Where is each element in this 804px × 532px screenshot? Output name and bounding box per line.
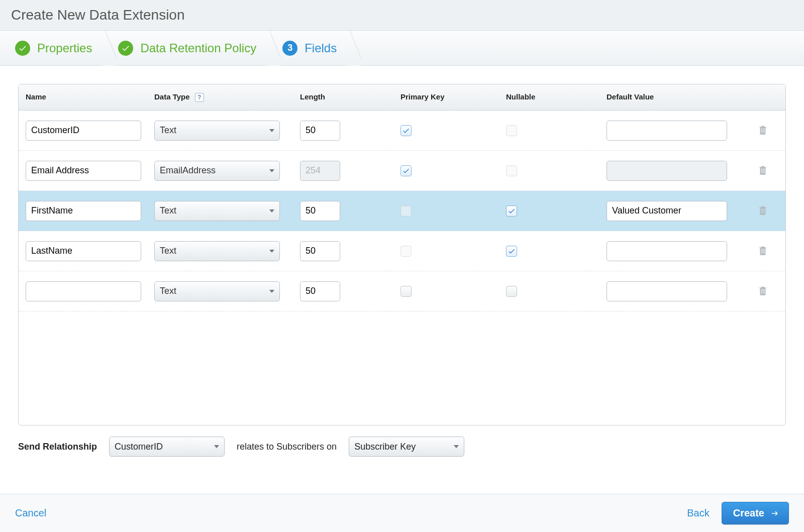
table-row[interactable]: Text xyxy=(19,231,785,271)
primary-key-checkbox[interactable] xyxy=(400,286,412,297)
primary-key-checkbox[interactable] xyxy=(400,165,412,176)
check-icon xyxy=(118,41,133,56)
wizard-step-label: Data Retention Policy xyxy=(140,41,256,55)
col-header-data-type: Data Type ? xyxy=(149,84,295,110)
send-relationship-label: Send Relationship xyxy=(18,442,97,452)
nullable-checkbox[interactable] xyxy=(506,246,517,257)
chevron-down-icon xyxy=(454,445,459,448)
default-value-input[interactable] xyxy=(607,241,727,261)
delete-row-button[interactable] xyxy=(757,284,768,298)
wizard-steps: Properties Data Retention Policy 3 Field… xyxy=(0,31,804,66)
dialog-footer: Cancel Back Create xyxy=(0,494,804,532)
name-input[interactable] xyxy=(26,201,141,221)
trash-icon xyxy=(757,244,768,258)
send-relationship: Send Relationship CustomerID relates to … xyxy=(18,437,786,457)
data-type-select[interactable]: EmailAddress xyxy=(154,161,280,181)
send-relationship-middle-text: relates to Subscribers on xyxy=(237,442,337,452)
primary-key-checkbox[interactable] xyxy=(400,246,412,257)
chevron-down-icon xyxy=(269,290,274,293)
default-value-input[interactable] xyxy=(607,201,727,221)
delete-row-button[interactable] xyxy=(757,203,768,218)
nullable-checkbox[interactable] xyxy=(506,286,517,297)
wizard-step-retention[interactable]: Data Retention Policy xyxy=(109,31,273,66)
create-button[interactable]: Create xyxy=(722,502,789,524)
col-header-length: Length xyxy=(295,84,395,110)
wizard-step-properties[interactable]: Properties xyxy=(6,31,109,66)
primary-key-checkbox[interactable] xyxy=(400,205,412,217)
name-input[interactable] xyxy=(26,241,141,261)
length-input[interactable] xyxy=(300,241,340,261)
data-type-select[interactable]: Text xyxy=(154,281,280,301)
chevron-down-icon xyxy=(214,445,219,448)
check-icon xyxy=(15,41,30,56)
col-header-nullable: Nullable xyxy=(501,84,601,110)
send-relationship-key-select[interactable]: Subscriber Key xyxy=(349,437,464,457)
primary-key-checkbox[interactable] xyxy=(400,125,412,136)
table-row[interactable]: Text xyxy=(19,191,785,231)
data-type-select[interactable]: Text xyxy=(154,241,280,261)
table-row[interactable]: EmailAddress xyxy=(19,151,785,191)
wizard-step-label: Fields xyxy=(305,41,337,55)
trash-icon xyxy=(757,203,768,218)
default-value-input[interactable] xyxy=(607,121,727,141)
col-header-primary-key: Primary Key xyxy=(395,84,501,110)
trash-icon xyxy=(757,284,768,298)
help-icon[interactable]: ? xyxy=(195,93,204,102)
cancel-button[interactable]: Cancel xyxy=(15,507,46,519)
nullable-checkbox[interactable] xyxy=(506,165,517,176)
fields-grid: Name Data Type ? Length Primary Key Null… xyxy=(18,84,786,425)
nullable-checkbox[interactable] xyxy=(506,205,517,217)
default-value-input[interactable] xyxy=(607,281,727,301)
length-input[interactable] xyxy=(300,201,340,221)
delete-row-button[interactable] xyxy=(757,123,768,138)
table-row[interactable]: Text xyxy=(19,271,785,311)
length-input[interactable] xyxy=(300,281,340,301)
delete-row-button[interactable] xyxy=(757,163,768,178)
chevron-down-icon xyxy=(269,209,274,212)
name-input[interactable] xyxy=(26,121,141,141)
step-number-badge: 3 xyxy=(282,41,297,56)
chevron-down-icon xyxy=(269,169,274,172)
chevron-down-icon xyxy=(269,250,274,253)
default-value-input xyxy=(607,161,727,181)
col-header-name: Name xyxy=(19,84,149,110)
wizard-step-label: Properties xyxy=(37,41,92,55)
back-button[interactable]: Back xyxy=(687,507,709,519)
delete-row-button[interactable] xyxy=(757,244,768,258)
table-row[interactable]: Text xyxy=(19,111,785,151)
send-relationship-field-select[interactable]: CustomerID xyxy=(109,437,225,457)
arrow-right-icon xyxy=(770,509,779,518)
length-input xyxy=(300,161,340,181)
trash-icon xyxy=(757,163,768,178)
name-input[interactable] xyxy=(26,161,141,181)
dialog-title: Create New Data Extension xyxy=(0,0,804,31)
col-header-default-value: Default Value xyxy=(601,84,752,110)
trash-icon xyxy=(757,123,768,138)
length-input[interactable] xyxy=(300,121,340,141)
grid-header: Name Data Type ? Length Primary Key Null… xyxy=(19,84,785,111)
data-type-select[interactable]: Text xyxy=(154,121,280,141)
wizard-step-fields[interactable]: 3 Fields xyxy=(273,31,354,66)
data-type-select[interactable]: Text xyxy=(154,201,280,221)
chevron-down-icon xyxy=(269,129,274,132)
name-input[interactable] xyxy=(26,281,141,301)
nullable-checkbox[interactable] xyxy=(506,125,517,136)
